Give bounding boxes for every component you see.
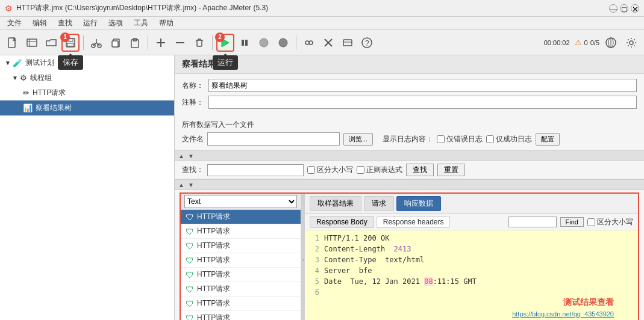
- config-button[interactable]: 配置: [536, 133, 560, 146]
- result-item-1[interactable]: 🛡 HTTP请求: [181, 224, 301, 239]
- name-input[interactable]: [208, 79, 637, 92]
- window-controls[interactable]: — □ ✕: [609, 4, 639, 13]
- result-label-4: HTTP请求: [197, 269, 230, 280]
- result-item-0[interactable]: 🛡 HTTP请求: [181, 210, 301, 224]
- regex-checkbox[interactable]: [357, 166, 364, 174]
- result-icon-0: 🛡: [186, 212, 194, 222]
- menu-run[interactable]: 运行: [78, 17, 102, 29]
- find-case-checkbox[interactable]: [587, 218, 595, 226]
- line-num-1: 1: [310, 233, 319, 244]
- result-item-6[interactable]: 🛡 HTTP请求: [181, 297, 301, 311]
- toolbar: 1 保存 2 运行: [0, 30, 644, 55]
- run-button[interactable]: 2 运行: [216, 34, 234, 52]
- file-section-label: 所有数据写入一个文件: [182, 120, 637, 130]
- remote-button[interactable]: [602, 34, 620, 52]
- sub-tab-headers[interactable]: Response headers: [377, 216, 451, 228]
- down-arrow-btn[interactable]: ▼: [188, 153, 194, 159]
- sidebar-item-threadgroup[interactable]: ▼ ⚙ 线程组: [0, 70, 174, 85]
- save-button[interactable]: 1 保存: [61, 34, 80, 52]
- results-header: Text: [181, 194, 301, 210]
- result-icon-1: 🛡: [186, 227, 194, 236]
- error-checkbox[interactable]: [437, 135, 445, 143]
- tool1-button[interactable]: [300, 34, 318, 52]
- clear-button[interactable]: [190, 34, 208, 52]
- expand-icon2: ▼: [12, 75, 18, 81]
- new-button[interactable]: [4, 34, 22, 52]
- find-case-check[interactable]: 区分大小写: [587, 217, 633, 227]
- reset-button[interactable]: 重置: [437, 164, 465, 176]
- find-input[interactable]: [508, 217, 557, 227]
- comment-label: 注释：: [182, 97, 204, 108]
- up-arrow-btn2[interactable]: ▲: [178, 182, 184, 188]
- close-button[interactable]: ✕: [631, 4, 639, 13]
- result-item-3[interactable]: 🛡 HTTP请求: [181, 253, 301, 268]
- help-button[interactable]: ?: [358, 34, 376, 52]
- run-badge: 2: [215, 32, 225, 42]
- stop-button[interactable]: [236, 34, 254, 52]
- sidebar-item-httprequest-label: HTTP请求: [33, 88, 66, 98]
- testplan-icon: 🧪: [13, 58, 22, 67]
- copy-button[interactable]: [107, 34, 125, 52]
- case-checkbox[interactable]: [307, 166, 315, 174]
- tab-response-data[interactable]: 响应数据: [396, 196, 441, 211]
- tab-sampler-result[interactable]: 取样器结果: [310, 196, 361, 211]
- down-arrow-btn2[interactable]: ▼: [188, 182, 194, 188]
- svg-point-28: [309, 41, 313, 45]
- svg-point-27: [305, 41, 309, 45]
- shutdown-button[interactable]: [255, 34, 273, 52]
- maximize-button[interactable]: □: [620, 4, 628, 13]
- line-content-5: Date Tue, 12 Jan 2021 08:11:15 GMT: [324, 276, 477, 287]
- menu-find[interactable]: 查找: [53, 17, 77, 29]
- sub-tabs-group: Response Body Response headers: [310, 216, 450, 228]
- comment-input[interactable]: [208, 96, 637, 109]
- result-label-6: HTTP请求: [197, 298, 230, 309]
- watermark-text: 测试结果查看: [563, 297, 614, 308]
- up-arrow-btn[interactable]: ▲: [178, 153, 184, 159]
- tab-request[interactable]: 请求: [364, 196, 394, 211]
- menu-options[interactable]: 选项: [104, 17, 128, 29]
- case-sensitive-check[interactable]: 区分大小写: [307, 165, 353, 175]
- filename-input[interactable]: [207, 132, 340, 146]
- menu-tools[interactable]: 工具: [129, 17, 153, 29]
- settings-button[interactable]: [622, 34, 640, 52]
- sidebar-item-httprequest[interactable]: ✏ HTTP请求: [0, 85, 174, 100]
- success-log-check[interactable]: 仅成功日志: [486, 134, 532, 144]
- sidebar-item-testplan[interactable]: ▼ 🧪 测试计划: [0, 55, 174, 70]
- results-dropdown[interactable]: Text: [184, 195, 297, 208]
- search-label: 查找：: [182, 165, 204, 175]
- remove-button[interactable]: [171, 34, 189, 52]
- paste-button[interactable]: [126, 34, 144, 52]
- sub-tab-body[interactable]: Response Body: [310, 216, 374, 228]
- error-log-check[interactable]: 仅错误日志: [437, 134, 483, 144]
- line-num-2: 2: [310, 244, 319, 254]
- success-checkbox[interactable]: [486, 135, 494, 143]
- warning-icon: ⚠: [575, 38, 582, 47]
- watermark-url[interactable]: https://blog.csdn.net/qq_43543920: [512, 310, 614, 318]
- menu-edit[interactable]: 编辑: [28, 17, 52, 29]
- menu-file[interactable]: 文件: [2, 17, 27, 29]
- result-item-4[interactable]: 🛡 HTTP请求: [181, 268, 301, 282]
- open-button[interactable]: [42, 34, 60, 52]
- minimize-button[interactable]: —: [609, 4, 617, 13]
- find-button[interactable]: 查找: [406, 164, 434, 176]
- tool3-button[interactable]: [339, 34, 357, 52]
- find-btn[interactable]: Find: [560, 217, 584, 227]
- result-label-1: HTTP请求: [197, 226, 230, 236]
- divider-bar1: ▲ ▼: [175, 150, 644, 161]
- search-input[interactable]: [207, 164, 304, 176]
- off-button[interactable]: [274, 34, 292, 52]
- menu-help[interactable]: 帮助: [154, 17, 178, 29]
- sidebar-item-threadgroup-label: 线程组: [30, 73, 52, 83]
- cut-button[interactable]: [87, 34, 105, 52]
- browse-button[interactable]: 浏览...: [343, 133, 373, 146]
- result-item-7[interactable]: 🛡 HTTP请求: [181, 311, 301, 320]
- result-item-2[interactable]: 🛡 HTTP请求: [181, 239, 301, 253]
- tool2-button[interactable]: [319, 34, 337, 52]
- templates-button[interactable]: [23, 34, 41, 52]
- line-num-4: 4: [310, 265, 319, 276]
- result-item-5[interactable]: 🛡 HTTP请求: [181, 282, 301, 297]
- sidebar-item-resulttree[interactable]: 📊 察看结果树: [0, 100, 174, 115]
- add-button[interactable]: [152, 34, 170, 52]
- regex-check[interactable]: 正则表达式: [357, 165, 402, 175]
- ratio: 0/5: [590, 39, 599, 46]
